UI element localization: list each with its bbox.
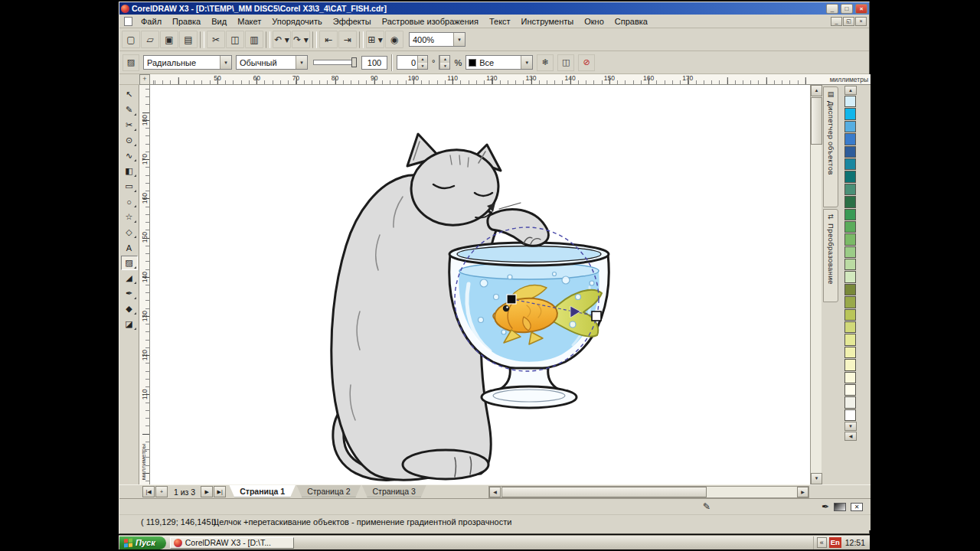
cut-button[interactable]: ✂ xyxy=(207,31,225,48)
palette-swatch[interactable] xyxy=(844,184,856,195)
palette-swatch[interactable] xyxy=(844,409,856,421)
open-button[interactable]: ▱ xyxy=(141,31,159,48)
transparency-target-combo[interactable]: Все ▾ xyxy=(466,55,533,70)
horizontal-scroll-thumb[interactable] xyxy=(501,487,707,497)
paste-button[interactable]: ▥ xyxy=(245,31,263,48)
palette-swatch[interactable] xyxy=(844,321,856,333)
clear-transparency-button[interactable]: ⊘ xyxy=(578,54,595,71)
slider-handle[interactable] xyxy=(351,57,357,67)
pick-tool[interactable]: ↖ xyxy=(121,87,138,102)
palette-swatch[interactable] xyxy=(844,347,856,358)
palette-swatch[interactable] xyxy=(844,146,856,158)
palette-swatch[interactable] xyxy=(844,196,856,207)
palette-swatch[interactable] xyxy=(844,246,856,258)
last-page-button[interactable]: ▶| xyxy=(214,486,226,497)
basic-shapes-tool[interactable]: ◇ xyxy=(121,225,138,240)
import-button[interactable]: ⇤ xyxy=(319,31,338,48)
transparency-angle-spinner[interactable]: 0 ▲▼ xyxy=(397,55,428,70)
menu-item[interactable]: Макет xyxy=(232,16,266,27)
export-button[interactable]: ⇥ xyxy=(338,31,357,48)
palette-swatch[interactable] xyxy=(844,271,856,282)
transparency-operation-combo[interactable]: Обычный ▾ xyxy=(236,55,308,70)
palette-swatch[interactable] xyxy=(844,372,856,383)
undo-button[interactable]: ↶ ▾ xyxy=(273,31,291,48)
rectangle-tool[interactable]: ▭ xyxy=(121,179,138,194)
document-close-button[interactable]: × xyxy=(855,17,867,26)
vertical-ruler[interactable]: 180170160150140130120110 миллиметры xyxy=(139,85,150,484)
chevron-down-icon[interactable]: ▾ xyxy=(220,56,231,69)
docker-tab-transformation[interactable]: ⇄ Преобразование xyxy=(823,209,838,302)
drawing-canvas[interactable] xyxy=(150,85,810,484)
zoom-tool[interactable]: ⊙ xyxy=(121,133,138,148)
palette-swatch[interactable] xyxy=(844,158,856,170)
horizontal-ruler[interactable]: 5060708090100110120130140150160170 xyxy=(150,74,810,85)
first-page-button[interactable]: |◀ xyxy=(142,486,155,497)
tray-collapse-button[interactable]: « xyxy=(817,537,827,548)
palette-expand-button[interactable]: ◀ xyxy=(844,432,857,441)
palette-swatch[interactable] xyxy=(844,171,856,182)
palette-swatch[interactable] xyxy=(844,96,856,107)
palette-swatch[interactable] xyxy=(844,384,856,396)
edit-transparency-button[interactable]: ▨ xyxy=(122,54,139,71)
next-page-button[interactable]: ▶ xyxy=(201,486,213,497)
ruler-origin-icon[interactable]: + xyxy=(139,74,150,85)
shape-tool[interactable]: ✎ xyxy=(121,103,138,117)
document-minimize-button[interactable]: _ xyxy=(831,17,842,26)
transparency-end-handle[interactable] xyxy=(592,311,601,321)
transparency-type-combo[interactable]: Радиальные ▾ xyxy=(143,55,232,70)
palette-swatch[interactable] xyxy=(844,209,856,220)
palette-swatch[interactable] xyxy=(844,359,856,370)
chevron-down-icon[interactable]: ▾ xyxy=(453,33,465,46)
smart-fill-tool[interactable]: ◧ xyxy=(121,164,138,178)
spinner-arrows[interactable]: ▲▼ xyxy=(439,56,449,69)
transparency-midpoint-value[interactable]: 100 xyxy=(361,56,387,70)
outline-tool[interactable]: ✒ xyxy=(121,286,138,301)
palette-swatch[interactable] xyxy=(844,108,856,119)
menu-item[interactable]: Эффекты xyxy=(328,16,377,27)
menu-item[interactable]: Растровые изображения xyxy=(377,16,484,27)
chevron-down-icon[interactable]: ▾ xyxy=(521,56,532,69)
minimize-button[interactable]: _ xyxy=(826,4,838,14)
copy-button[interactable]: ◫ xyxy=(226,31,244,48)
application-launcher-button[interactable]: ⊞ ▾ xyxy=(366,31,384,48)
palette-scroll-down-button[interactable]: ▼ xyxy=(844,422,857,431)
ellipse-tool[interactable]: ○ xyxy=(121,194,138,209)
interactive-transparency-tool[interactable]: ▨ xyxy=(121,256,138,270)
menu-item[interactable]: Инструменты xyxy=(516,16,580,27)
redo-button[interactable]: ↷ ▾ xyxy=(292,31,310,48)
menu-item[interactable]: Справка xyxy=(609,16,653,27)
palette-swatch[interactable] xyxy=(844,396,856,408)
palette-swatch[interactable] xyxy=(844,309,856,321)
menu-item[interactable]: Файл xyxy=(136,16,167,27)
eyedropper-tool[interactable]: ◢ xyxy=(121,271,138,285)
transparency-center-handle[interactable] xyxy=(507,295,516,304)
save-button[interactable]: ▣ xyxy=(160,31,178,48)
close-button[interactable]: × xyxy=(855,4,867,14)
freehand-tool[interactable]: ∿ xyxy=(121,148,138,163)
new-document-button[interactable]: ▢ xyxy=(122,31,140,48)
menu-item[interactable]: Текст xyxy=(484,16,516,27)
palette-scroll-up-button[interactable]: ▲ xyxy=(844,86,857,95)
edge-pad-spinner[interactable]: ▲▼ xyxy=(439,55,450,70)
taskbar-task-button[interactable]: CorelDRAW X3 - [D:\T... xyxy=(170,537,294,549)
zoom-level-combo[interactable]: 400% ▾ xyxy=(409,32,466,47)
palette-swatch[interactable] xyxy=(844,296,856,308)
horizontal-scrollbar[interactable]: ◀ ▶ xyxy=(488,486,809,498)
palette-swatch[interactable] xyxy=(844,233,856,245)
document-restore-button[interactable]: ◱ xyxy=(843,17,854,26)
menu-item[interactable]: Упорядочить xyxy=(266,16,327,27)
palette-swatch[interactable] xyxy=(844,334,856,345)
chevron-down-icon[interactable]: ▾ xyxy=(296,56,307,69)
scroll-down-button[interactable]: ▼ xyxy=(811,473,822,484)
cat-paw[interactable] xyxy=(488,209,549,246)
add-page-button[interactable]: + xyxy=(155,486,168,497)
menu-item[interactable]: Правка xyxy=(167,16,206,27)
polygon-tool[interactable]: ☆ xyxy=(121,210,138,224)
freeze-transparency-button[interactable]: ❄ xyxy=(537,54,554,71)
scroll-right-button[interactable]: ▶ xyxy=(797,487,808,497)
vertical-scroll-thumb[interactable] xyxy=(811,97,822,145)
palette-swatch[interactable] xyxy=(844,221,856,233)
scroll-up-button[interactable]: ▲ xyxy=(811,85,822,96)
maximize-button[interactable]: □ xyxy=(841,4,853,14)
start-button[interactable]: Пуск xyxy=(119,536,166,549)
